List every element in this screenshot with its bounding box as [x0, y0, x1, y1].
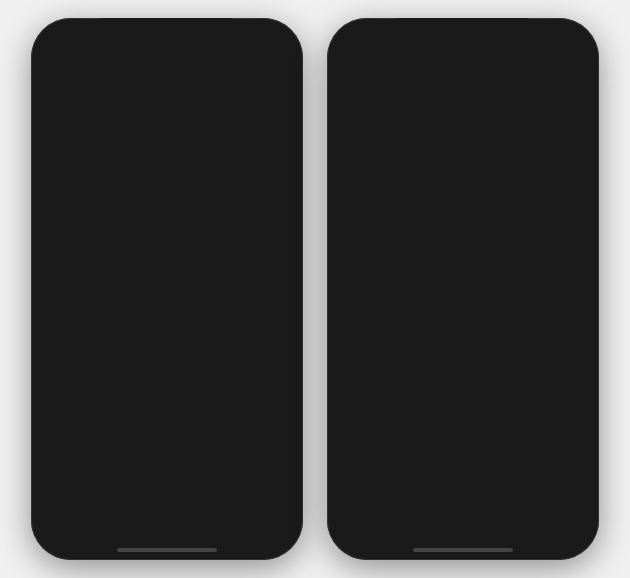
story-item-2b[interactable]: DarrellUnderwood [461, 96, 513, 171]
post-close-btn-1[interactable]: ✕ [271, 197, 283, 213]
next-post-image-2 [337, 472, 589, 506]
messenger-button-2[interactable]: 💬 [547, 53, 577, 83]
svg-point-11 [161, 317, 163, 319]
story-avatar-create-1: + [51, 96, 99, 148]
chevron-right-icon: › [573, 315, 577, 329]
messenger-button-1[interactable]: 💬 [251, 53, 281, 83]
post-actions-1: 👍 Like 💬 Comment ↗ Share [41, 404, 293, 433]
story-name-1b: DarrellUnderwood [168, 151, 214, 171]
phone-2: 2:04 ▲▲▲ WiFi 🔋 facebook 🔍 💬 [327, 18, 599, 560]
story-item-2a[interactable]: PatriciaRamirez [403, 96, 455, 171]
story-avatar-2a [405, 96, 453, 148]
nav-menu-1[interactable]: ☰ [243, 507, 293, 550]
share-button-1[interactable]: ↗ Share [209, 406, 293, 431]
bottom-nav-2: 🏠 ▶ 👥 🔔 ☰ [337, 506, 589, 550]
story-item-1a[interactable]: PatriciaRamirez [107, 96, 159, 171]
signal-icon-2: ▲▲▲ [491, 35, 524, 47]
phone-screen-1: 2:04 ▲▲▲ WiFi 🔋 facebook 🔍 💬 [41, 28, 293, 550]
hidden-icon: ✕ [349, 190, 373, 214]
story-avatar-1a [109, 96, 157, 148]
phone-screen-2: 2:04 ▲▲▲ WiFi 🔋 facebook 🔍 💬 [337, 28, 589, 550]
next-post-text-2: A group of volunteers spent the day with… [337, 400, 589, 472]
comment-count-1: 23 Comments [221, 387, 283, 398]
post-reactions-1: ❤️😮 Eric Kiwi and 120 others 23 Comments [41, 381, 293, 404]
post-image-1 [41, 251, 293, 381]
story-plus-icon-2: + [362, 132, 380, 148]
next-post-meta-1: globalgood ✓ 5h · 🌐 [93, 455, 254, 480]
next-post-avatar-1: 🌐 [51, 450, 85, 484]
story-avatar-1c [225, 96, 273, 148]
story-avatar-2c [521, 96, 569, 148]
story-name-2a: PatriciaRamirez [412, 151, 446, 171]
search-button-1[interactable]: 🔍 [213, 53, 243, 83]
story-create-2[interactable]: + Create aStory [345, 96, 397, 171]
warning-icon: ⚠️ [349, 314, 369, 330]
svg-rect-18 [337, 472, 589, 506]
next-post-content-2: A group of volunteers spent the day with… [347, 405, 572, 463]
story-avatar-2b [463, 96, 511, 148]
bottom-nav-1: 🏠 ▶ 👥 🔔 ☰ [41, 506, 293, 550]
reaction-left-1: ❤️😮 Eric Kiwi and 120 others [51, 385, 192, 399]
status-time-1: 2:04 [61, 35, 83, 47]
story-name-create-2: Create aStory [354, 151, 389, 171]
nav-video-1[interactable]: ▶ [91, 507, 141, 550]
story-item-1b[interactable]: DarrellUnderwood [165, 96, 217, 171]
undo-button[interactable]: Undo [524, 190, 577, 214]
wifi-icon-2: WiFi [528, 35, 551, 47]
nav-home-2[interactable]: 🏠 [337, 507, 387, 550]
svg-point-12 [173, 317, 175, 319]
like-button-1[interactable]: 👍 Like [41, 406, 125, 431]
svg-rect-2 [51, 281, 101, 316]
stories-bar-2: + Create aStory PatriciaRamirez DarrellU… [337, 88, 589, 180]
fb-logo-2: facebook [349, 55, 446, 81]
next-post-avatar-2: 🌐 [347, 362, 381, 396]
story-name-1c: LoganWilson [235, 151, 262, 171]
next-post-header-2: 🌐 globalgood ✓ 5h · 🌐 ••• [337, 354, 589, 400]
nav-groups-1[interactable]: 👥 [142, 507, 192, 550]
story-avatar-1b [167, 96, 215, 148]
nav-video-2[interactable]: ▶ [387, 507, 437, 550]
post-hidden-panel: ✕ Post Hidden Undo You won't see this po… [337, 180, 589, 354]
story-name-create-1: Create aStory [58, 151, 93, 171]
next-post-card-2: 🌐 globalgood ✓ 5h · 🌐 ••• A group of vol… [337, 354, 589, 506]
post-hidden-title: Post Hidden [381, 194, 457, 209]
story-item-2c[interactable]: Logan [519, 96, 571, 171]
svg-point-10 [170, 316, 176, 322]
story-item-1c[interactable]: LoganWilson [223, 96, 275, 171]
search-button-2[interactable]: 🔍 [509, 53, 539, 83]
next-post-header-1: 🌐 globalgood ✓ 5h · 🌐 ••• [41, 442, 293, 488]
next-post-time-1: 5h · 🌐 [93, 469, 254, 480]
story-name-1a: PatriciaRamirez [116, 151, 150, 171]
next-post-dots-2[interactable]: ••• [550, 368, 579, 390]
next-post-dots-1[interactable]: ••• [254, 456, 283, 478]
nav-groups-2[interactable]: 👥 [438, 507, 488, 550]
fb-header-icons-1: 🔍 💬 [213, 53, 281, 83]
grass-background-1 [41, 251, 293, 381]
screen-content-1: 2:04 ▲▲▲ WiFi 🔋 facebook 🔍 💬 [41, 28, 293, 506]
story-name-2b: DarrellUnderwood [464, 151, 510, 171]
story-plus-icon-1: + [66, 132, 84, 148]
signal-icon-1: ▲▲▲ [195, 35, 228, 47]
battery-icon-2: 🔋 [555, 34, 569, 47]
story-create-1[interactable]: + Create aStory [49, 96, 101, 171]
reaction-emojis-1: ❤️😮 [51, 385, 81, 399]
clock-icon: 🕐 [349, 281, 369, 297]
comment-button-1[interactable]: 💬 Comment [125, 406, 209, 431]
hidden-option-report[interactable]: ⚠️ Find support or report post › [349, 305, 577, 338]
status-bar-right-1: ▲▲▲ WiFi 🔋 [195, 34, 273, 47]
volunteer-illustration [337, 472, 589, 506]
status-bar-right-2: ▲▲▲ WiFi 🔋 [491, 34, 569, 47]
svg-point-9 [158, 316, 164, 322]
story-avatar-create-2: + [347, 96, 395, 148]
hidden-option-snooze[interactable]: 🕐 Snooze Jordan Torres for 30 days [349, 272, 577, 305]
verified-badge-2: ✓ [457, 368, 465, 379]
nav-home-1[interactable]: 🏠 [41, 507, 91, 550]
next-post-card-1: 🌐 globalgood ✓ 5h · 🌐 ••• [41, 442, 293, 489]
fb-header-icons-2: 🔍 💬 [509, 53, 577, 83]
battery-icon-1: 🔋 [259, 34, 273, 47]
nav-notifications-1[interactable]: 🔔 [192, 507, 242, 550]
nav-menu-2[interactable]: ☰ [539, 507, 589, 550]
post-name-1: Jordan Torres [93, 192, 238, 206]
nav-notifications-2[interactable]: 🔔 [488, 507, 538, 550]
reaction-names-1: Eric Kiwi and 120 others [84, 387, 192, 398]
